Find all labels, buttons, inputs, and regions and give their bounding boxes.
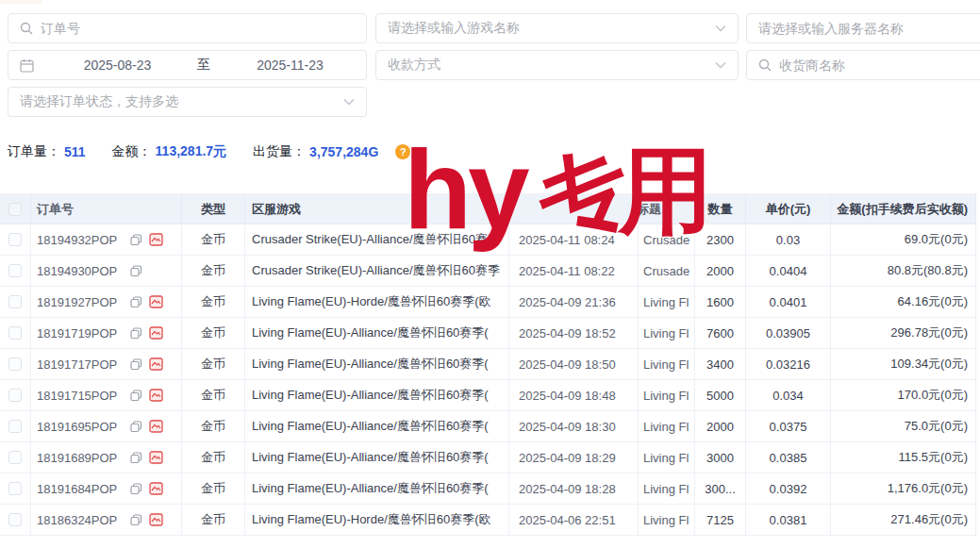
date-start-value[interactable]: 2025-08-23 [42, 58, 193, 73]
row-checkbox[interactable] [8, 233, 22, 246]
image-preview-icon[interactable] [149, 420, 163, 433]
amount-cell: 1,176.0元(0元) [831, 473, 976, 504]
copy-icon[interactable] [130, 421, 142, 433]
receiver-input[interactable] [779, 58, 980, 73]
copy-icon[interactable] [130, 514, 142, 526]
col-header-time[interactable] [509, 194, 639, 224]
orders-table: 订单号 类型 区服游戏 标题 数量 单价(元) 金额(扣手续费后实收额) 181… [0, 193, 976, 536]
copy-icon[interactable] [130, 358, 142, 371]
game-select[interactable]: 请选择或输入游戏名称 [375, 13, 739, 43]
title-cell: Living Fl [639, 380, 695, 410]
col-header-amount[interactable]: 金额(扣手续费后实收额) [831, 194, 976, 224]
copy-icon[interactable] [130, 483, 142, 495]
chevron-down-icon [715, 25, 726, 32]
col-header-qty[interactable]: 数量 [695, 194, 746, 224]
summary-stats-bar: 订单量： 511 金额： 113,281.7元 出货量： 3,757,284G … [8, 143, 410, 160]
server-field[interactable] [746, 13, 980, 43]
row-checkbox[interactable] [8, 264, 22, 277]
order-no-cell: 18191717POP [31, 349, 182, 379]
copy-icon[interactable] [130, 265, 142, 277]
row-checkbox[interactable] [8, 389, 22, 402]
order-no-text: 18191715POP [37, 389, 117, 403]
row-check-cell [0, 505, 31, 535]
order-no-input[interactable] [41, 21, 366, 36]
unit-price-cell: 0.03905 [746, 318, 831, 348]
select-all-checkbox[interactable] [8, 203, 22, 216]
copy-icon[interactable] [130, 327, 142, 340]
order-no-text: 18191684POP [37, 482, 117, 496]
order-time-cell: 2025-04-09 18:50 [509, 349, 639, 379]
quantity-cell: 3000 [695, 442, 746, 473]
image-preview-icon[interactable] [149, 357, 163, 371]
order-count-label: 订单量： [8, 143, 60, 160]
order-no-field[interactable] [8, 13, 367, 43]
table-row: 18191689POP 金币 Living Flame(EU)-Alliance… [0, 442, 976, 473]
date-end-value[interactable]: 2025-11-23 [214, 58, 366, 73]
row-check-cell [0, 287, 31, 317]
image-preview-icon[interactable] [149, 389, 163, 402]
col-header-type[interactable]: 类型 [182, 194, 245, 224]
order-no-cell: 18191719POP [31, 318, 182, 348]
calendar-icon [20, 58, 34, 73]
image-preview-icon[interactable] [149, 513, 163, 526]
order-time-cell: 2025-04-09 18:29 [509, 442, 639, 473]
type-cell: 金币 [182, 256, 245, 286]
game-server-cell: Crusader Strike(EU)-Alliance/魔兽怀旧60赛季 [245, 256, 509, 286]
row-checkbox[interactable] [8, 482, 22, 495]
quantity-cell: 300... [695, 473, 746, 504]
title-cell: Living Fl [639, 473, 695, 504]
quantity-cell: 2000 [695, 411, 746, 441]
unit-price-cell: 0.0401 [746, 287, 831, 317]
help-icon[interactable]: ? [395, 144, 410, 159]
order-no-cell: 18191715POP [31, 380, 182, 410]
order-time-cell: 2025-04-09 18:28 [509, 473, 639, 504]
type-cell: 金币 [182, 318, 245, 348]
image-preview-icon[interactable] [149, 326, 163, 340]
row-checkbox[interactable] [8, 326, 22, 340]
receiver-field[interactable] [746, 50, 980, 80]
row-checkbox[interactable] [8, 420, 22, 433]
copy-icon[interactable] [130, 452, 142, 464]
order-time-cell: 2025-04-09 18:52 [509, 318, 639, 348]
quantity-cell: 7600 [695, 318, 746, 348]
amount-label: 金额： [112, 143, 152, 160]
image-preview-icon[interactable] [149, 233, 163, 246]
order-no-text: 18191717POP [37, 357, 117, 372]
order-status-select[interactable]: 请选择订单状态，支持多选 [8, 87, 367, 117]
unit-price-cell: 0.0375 [746, 411, 831, 441]
col-header-order-no[interactable]: 订单号 [31, 194, 182, 224]
title-cell: Living Fl [639, 349, 695, 379]
col-header-title[interactable]: 标题 [639, 194, 695, 224]
image-preview-icon[interactable] [149, 451, 163, 464]
amount-cell: 75.0元(0元) [831, 411, 976, 441]
title-cell: Living Fl [639, 442, 695, 473]
col-header-price[interactable]: 单价(元) [746, 194, 831, 224]
status-select-placeholder: 请选择订单状态，支持多选 [20, 93, 178, 110]
image-preview-icon[interactable] [149, 295, 163, 308]
table-row: 18191717POP 金币 Living Flame(EU)-Alliance… [0, 349, 976, 380]
table-row: 18191684POP 金币 Living Flame(EU)-Alliance… [0, 473, 976, 505]
title-cell: Crusade [639, 256, 695, 286]
row-checkbox[interactable] [8, 513, 22, 526]
quantity-cell: 3400 [695, 349, 746, 379]
image-preview-icon[interactable] [149, 482, 163, 495]
table-row: 18191715POP 金币 Living Flame(EU)-Alliance… [0, 380, 976, 411]
copy-icon[interactable] [130, 296, 142, 308]
volume-label: 出货量： [253, 143, 306, 160]
server-input[interactable] [758, 21, 980, 36]
row-checkbox[interactable] [8, 357, 22, 371]
row-checkbox[interactable] [8, 451, 22, 464]
col-header-game[interactable]: 区服游戏 [245, 194, 509, 224]
order-time-cell: 2025-04-11 08:24 [509, 224, 639, 255]
copy-icon[interactable] [130, 390, 142, 402]
date-range-picker[interactable]: 2025-08-23 至 2025-11-23 [8, 50, 367, 80]
table-row: 18191927POP 金币 Living Flame(EU)-Horde/魔兽… [0, 287, 976, 318]
row-checkbox[interactable] [8, 295, 22, 308]
payment-method-select[interactable]: 收款方式 [375, 50, 739, 80]
game-server-cell: Living Flame(EU)-Alliance/魔兽怀旧60赛季( [245, 411, 509, 441]
copy-icon[interactable] [130, 234, 142, 246]
row-check-cell [0, 473, 31, 504]
type-cell: 金币 [182, 224, 245, 255]
volume-value: 3,757,284G [309, 144, 378, 159]
table-row: 18191719POP 金币 Living Flame(EU)-Alliance… [0, 318, 976, 349]
